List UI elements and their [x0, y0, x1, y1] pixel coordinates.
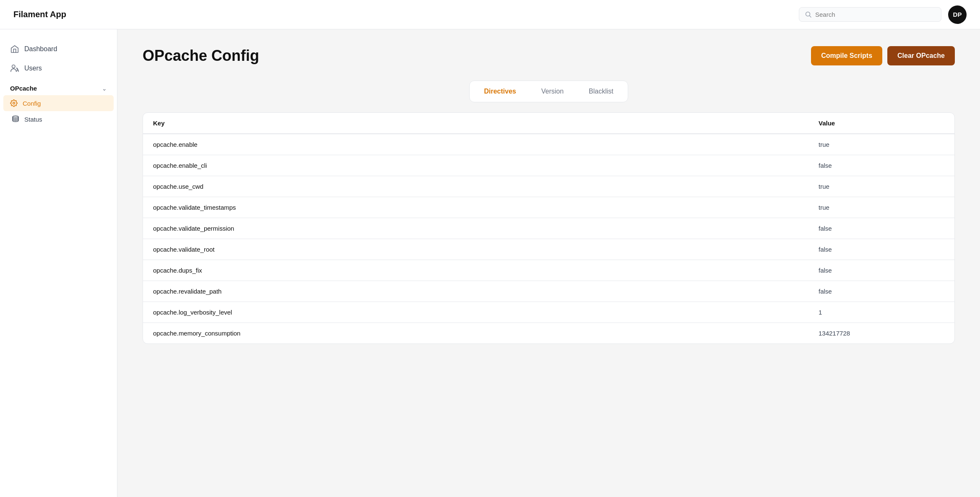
- sidebar-item-status[interactable]: Status: [0, 111, 117, 127]
- layout: Dashboard Users OPcache ⌄ Config: [0, 29, 980, 497]
- directives-table: Key Value opcache.enable true opcache.en…: [143, 112, 955, 344]
- sidebar-item-users-label: Users: [24, 65, 42, 72]
- sidebar-item-status-label: Status: [24, 116, 42, 123]
- app-logo: Filament App: [13, 10, 66, 19]
- cell-key: opcache.validate_permission: [153, 225, 819, 232]
- svg-line-1: [810, 16, 811, 17]
- clear-opcache-button[interactable]: Clear OPcache: [887, 46, 955, 65]
- table-row: opcache.use_cwd true: [143, 176, 954, 197]
- table-row: opcache.revalidate_path false: [143, 281, 954, 302]
- table-row: opcache.validate_permission false: [143, 218, 954, 239]
- header: Filament App DP: [0, 0, 980, 29]
- table-header: Key Value: [143, 113, 954, 134]
- table-body: opcache.enable true opcache.enable_cli f…: [143, 134, 954, 343]
- main-content: OPcache Config Compile Scripts Clear OPc…: [117, 29, 980, 497]
- sidebar-item-config[interactable]: Config: [3, 95, 114, 111]
- sidebar-item-config-label: Config: [23, 100, 41, 107]
- header-right: DP: [799, 5, 967, 24]
- cell-value: false: [819, 225, 944, 232]
- sidebar: Dashboard Users OPcache ⌄ Config: [0, 29, 117, 497]
- sidebar-section-opcache: OPcache ⌄: [0, 78, 117, 95]
- users-icon: [10, 64, 19, 73]
- avatar[interactable]: DP: [948, 5, 967, 24]
- cell-value: true: [819, 183, 944, 190]
- table-row: opcache.validate_timestamps true: [143, 197, 954, 218]
- cell-value: false: [819, 246, 944, 253]
- cell-key: opcache.revalidate_path: [153, 288, 819, 295]
- sidebar-section-title: OPcache: [10, 85, 37, 92]
- cell-value: 134217728: [819, 330, 944, 337]
- tab-blacklist[interactable]: Blacklist: [577, 83, 625, 99]
- cell-key: opcache.use_cwd: [153, 183, 819, 190]
- page-header: OPcache Config Compile Scripts Clear OPc…: [143, 46, 955, 65]
- cell-key: opcache.enable: [153, 141, 819, 148]
- cell-value: false: [819, 267, 944, 274]
- svg-point-4: [13, 116, 18, 118]
- cell-value: false: [819, 162, 944, 169]
- search-bar[interactable]: [799, 7, 941, 22]
- svg-point-3: [13, 102, 15, 104]
- compile-scripts-button[interactable]: Compile Scripts: [811, 46, 882, 65]
- cell-value: false: [819, 288, 944, 295]
- table-row: opcache.log_verbosity_level 1: [143, 302, 954, 323]
- page-title: OPcache Config: [143, 47, 259, 65]
- search-icon: [805, 11, 812, 18]
- sidebar-item-users[interactable]: Users: [0, 59, 117, 78]
- page-actions: Compile Scripts Clear OPcache: [811, 46, 955, 65]
- cell-key: opcache.dups_fix: [153, 267, 819, 274]
- cell-key: opcache.validate_timestamps: [153, 204, 819, 211]
- table-row: opcache.enable true: [143, 134, 954, 155]
- cell-key: opcache.enable_cli: [153, 162, 819, 169]
- cell-value: true: [819, 204, 944, 211]
- search-input[interactable]: [815, 11, 935, 18]
- sidebar-item-dashboard[interactable]: Dashboard: [0, 39, 117, 59]
- gear-icon: [10, 99, 18, 107]
- cell-key: opcache.validate_root: [153, 246, 819, 253]
- table-row: opcache.memory_consumption 134217728: [143, 323, 954, 343]
- sidebar-item-dashboard-label: Dashboard: [24, 45, 57, 53]
- col-header-key: Key: [153, 120, 819, 127]
- tab-directives[interactable]: Directives: [472, 83, 528, 99]
- cell-value: true: [819, 141, 944, 148]
- home-icon: [10, 44, 19, 54]
- database-icon: [12, 115, 19, 123]
- cell-key: opcache.log_verbosity_level: [153, 309, 819, 316]
- cell-value: 1: [819, 309, 944, 316]
- table-row: opcache.dups_fix false: [143, 260, 954, 281]
- tab-version[interactable]: Version: [530, 83, 575, 99]
- tabs-container: Directives Version Blacklist: [143, 81, 955, 102]
- cell-key: opcache.memory_consumption: [153, 330, 819, 337]
- svg-point-2: [12, 65, 15, 68]
- sidebar-section-header[interactable]: OPcache ⌄: [10, 85, 107, 92]
- table-row: opcache.enable_cli false: [143, 155, 954, 176]
- table-row: opcache.validate_root false: [143, 239, 954, 260]
- col-header-value: Value: [819, 120, 944, 127]
- tabs: Directives Version Blacklist: [469, 81, 628, 102]
- chevron-up-icon: ⌄: [102, 85, 107, 92]
